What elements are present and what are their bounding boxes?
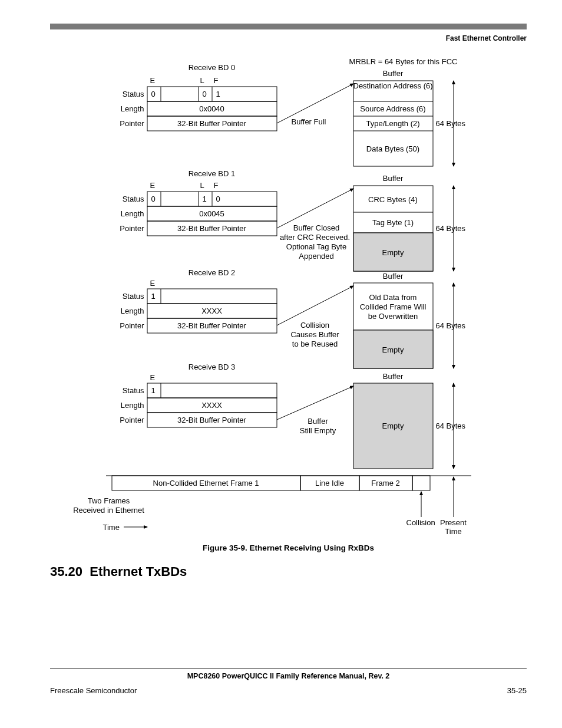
bd0-pointer-lbl: Pointer bbox=[112, 119, 144, 128]
figure-svg bbox=[59, 57, 518, 552]
bd1-length-val: 0x0045 bbox=[147, 209, 277, 218]
figure-caption: Figure 35-9. Ethernet Receiving Using Rx… bbox=[59, 543, 518, 552]
buf1-row2: Tag Byte (1) bbox=[353, 218, 433, 227]
bd0-f-val: 1 bbox=[216, 90, 220, 98]
buf0-row4: Data Bytes (50) bbox=[353, 144, 433, 153]
bd1-note1: Buffer Closed bbox=[280, 223, 353, 232]
bd1-pointer-val: 32-Bit Buffer Pointer bbox=[147, 224, 277, 233]
bd2-length-val: XXXX bbox=[147, 307, 277, 315]
bd3-title: Receive BD 3 bbox=[147, 363, 277, 371]
section-title: Ethernet TxBDs bbox=[90, 564, 187, 579]
bd1-note3: Optional Tag Byte bbox=[280, 242, 353, 251]
bd0-note: Buffer Full bbox=[292, 117, 326, 126]
bd0-F-hdr: F bbox=[214, 76, 219, 85]
svg-rect-12 bbox=[147, 289, 277, 304]
footer-left: Freescale Semiconductor bbox=[50, 686, 137, 695]
buf0-bytes: 64 Bytes bbox=[436, 119, 466, 128]
footer-manual: MPC8260 PowerQUICC II Family Reference M… bbox=[50, 668, 527, 680]
buf2-row1c: be Overwritten bbox=[353, 312, 433, 321]
tl-frame1: Non-Collided Ethernet Frame 1 bbox=[112, 479, 300, 487]
bd1-e-val: 0 bbox=[151, 195, 156, 203]
bd0-status-lbl: Status bbox=[112, 90, 144, 98]
mrblr-label: MRBLR = 64 Bytes for this FCC bbox=[330, 57, 477, 66]
bd1-l-val: 1 bbox=[203, 195, 207, 203]
buf0-row2: Source Address (6) bbox=[353, 104, 433, 113]
svg-line-37 bbox=[277, 189, 353, 228]
bd3-pointer-lbl: Pointer bbox=[112, 416, 144, 424]
section-heading: 35.20 Ethernet TxBDs bbox=[50, 564, 527, 579]
figure-35-9: MRBLR = 64 Bytes for this FCC Receive BD… bbox=[59, 57, 518, 552]
bd3-length-val: XXXX bbox=[147, 401, 277, 410]
bd0-title: Receive BD 0 bbox=[147, 63, 277, 72]
bd2-note3: to be Reused bbox=[283, 340, 348, 348]
bd1-length-lbl: Length bbox=[112, 209, 144, 218]
bd3-e-val: 1 bbox=[151, 386, 156, 395]
bd1-F-hdr: F bbox=[214, 181, 219, 190]
bd3-status-lbl: Status bbox=[112, 386, 144, 395]
tl-twoframes1: Two Frames bbox=[65, 496, 153, 505]
buf3-row1: Empty bbox=[353, 421, 433, 430]
tl-time: Time bbox=[103, 523, 120, 532]
svg-rect-16 bbox=[147, 383, 277, 398]
footer-right: 35-25 bbox=[507, 686, 527, 695]
buf2-bytes: 64 Bytes bbox=[436, 321, 466, 330]
bd2-pointer-lbl: Pointer bbox=[112, 321, 144, 330]
bd0-l-val: 0 bbox=[203, 90, 207, 98]
buf0-row1: Destination Address (6) bbox=[353, 82, 433, 90]
buf2-title: Buffer bbox=[353, 272, 433, 281]
bd1-L-hdr: L bbox=[200, 181, 204, 190]
tl-frame2: Frame 2 bbox=[359, 479, 412, 487]
bd2-status-lbl: Status bbox=[112, 292, 144, 301]
top-bar bbox=[50, 24, 527, 29]
bd2-note1: Collision bbox=[283, 321, 348, 330]
buf0-row3: Type/Length (2) bbox=[353, 119, 433, 128]
buf3-bytes: 64 Bytes bbox=[436, 421, 466, 430]
bd3-pointer-val: 32-Bit Buffer Pointer bbox=[147, 416, 277, 424]
bd1-f-val: 0 bbox=[216, 195, 220, 203]
buf1-title: Buffer bbox=[353, 174, 433, 183]
bd0-length-val: 0x0040 bbox=[147, 104, 277, 113]
bd3-E-hdr: E bbox=[150, 373, 156, 382]
svg-rect-44 bbox=[412, 476, 430, 490]
bd2-length-lbl: Length bbox=[112, 307, 144, 315]
tl-twoframes2: Received in Ethernet bbox=[65, 506, 153, 515]
bd1-note4: Appended bbox=[280, 252, 353, 261]
buf2-row1b: Collided Frame Will bbox=[353, 302, 433, 311]
bd2-title: Receive BD 2 bbox=[147, 268, 277, 277]
buf2-row2: Empty bbox=[353, 345, 433, 354]
footer-row: Freescale Semiconductor 35-25 bbox=[50, 686, 527, 695]
buf1-bytes: 64 Bytes bbox=[436, 224, 466, 233]
bd1-E-hdr: E bbox=[150, 181, 156, 190]
svg-line-38 bbox=[277, 286, 353, 325]
chapter-header: Fast Ethernet Controller bbox=[50, 34, 527, 42]
svg-line-39 bbox=[277, 386, 353, 420]
buf1-row3: Empty bbox=[353, 248, 433, 257]
bd1-pointer-lbl: Pointer bbox=[112, 224, 144, 233]
bd3-length-lbl: Length bbox=[112, 401, 144, 410]
bd2-pointer-val: 32-Bit Buffer Pointer bbox=[147, 321, 277, 330]
tl-collision: Collision bbox=[406, 518, 435, 527]
bd2-E-hdr: E bbox=[150, 279, 156, 288]
bd0-E-hdr: E bbox=[150, 76, 156, 85]
bd3-note2: Still Empty bbox=[292, 426, 345, 435]
bd2-e-val: 1 bbox=[151, 292, 156, 301]
bd3-note1: Buffer bbox=[292, 417, 345, 426]
bd1-status-lbl: Status bbox=[112, 195, 144, 203]
buf3-title: Buffer bbox=[353, 372, 433, 381]
bd0-length-lbl: Length bbox=[112, 104, 144, 113]
bd2-note2: Causes Buffer bbox=[283, 330, 348, 339]
bd0-L-hdr: L bbox=[200, 76, 204, 85]
buf2-row1a: Old Data from bbox=[353, 293, 433, 302]
section-num: 35.20 bbox=[50, 564, 82, 579]
bd1-title: Receive BD 1 bbox=[147, 169, 277, 178]
bd0-e-val: 0 bbox=[151, 90, 156, 98]
bd0-pointer-val: 32-Bit Buffer Pointer bbox=[147, 119, 277, 128]
buf1-row1: CRC Bytes (4) bbox=[353, 195, 433, 204]
bd1-note2: after CRC Received. bbox=[274, 233, 356, 242]
tl-idle: Line Idle bbox=[300, 479, 359, 487]
buf0-title: Buffer bbox=[353, 69, 433, 78]
tl-present: Present Time bbox=[436, 518, 471, 536]
